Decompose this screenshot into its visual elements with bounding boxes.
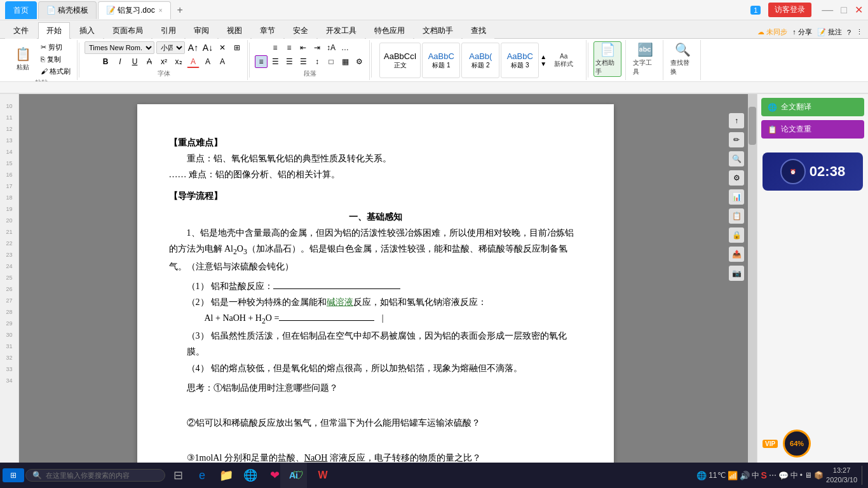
tray-antivirus: S xyxy=(761,470,767,480)
paste-button[interactable]: 📋 粘贴 xyxy=(9,41,37,77)
tab-doc-assistant[interactable]: 文档助手 xyxy=(414,22,461,39)
maximize-button[interactable]: □ xyxy=(841,4,847,16)
font-size-select[interactable]: 小四 xyxy=(156,41,185,54)
more-button[interactable]: ⋮ xyxy=(856,28,863,36)
more-para-button[interactable]: … xyxy=(339,41,351,54)
strikethrough-button[interactable]: A xyxy=(143,55,156,68)
taskbar-task-view[interactable]: ⊟ xyxy=(166,464,189,487)
tab-chapter[interactable]: 章节 xyxy=(252,22,283,39)
right-panel: 🌐 全文翻译 📋 论文查重 ⏰ 02:38 VIP 64% xyxy=(757,94,868,463)
tab-review[interactable]: 审阅 xyxy=(186,22,217,39)
tab-features[interactable]: 特色应用 xyxy=(366,22,413,39)
copy-button[interactable]: ⎘ 复制 xyxy=(38,54,73,65)
doc-assistant-button[interactable]: 📄 文档助手 xyxy=(593,41,621,77)
translate-button[interactable]: 🌐 全文翻译 xyxy=(761,98,864,116)
tab-start[interactable]: 开始 xyxy=(38,22,70,39)
document[interactable]: 【重点难点】 重点：铝、氧化铝氢氧化铝的典型性质及转化关系。 …… 难点：铝的图… xyxy=(137,104,614,463)
font-grow-button[interactable]: A↑ xyxy=(187,41,200,54)
tab-home[interactable]: 首页 xyxy=(5,1,37,19)
underline-button[interactable]: U xyxy=(128,55,141,68)
start-button[interactable]: ⊞ xyxy=(3,468,24,482)
sort-button[interactable]: ↕A xyxy=(325,41,337,54)
font-clear-button[interactable]: ✕ xyxy=(216,41,229,54)
taskbar-explorer[interactable]: 📁 xyxy=(215,464,238,487)
login-button[interactable]: 访客登录 xyxy=(768,3,811,17)
list-ordered-button[interactable]: ≡ xyxy=(283,41,295,54)
list-unordered-button[interactable]: ≡ xyxy=(269,41,281,54)
style-heading3[interactable]: AaBbC 标题 3 xyxy=(501,43,539,78)
tab-close-icon[interactable]: × xyxy=(159,7,163,14)
italic-button[interactable]: I xyxy=(114,55,126,68)
doc-side-icon-2[interactable]: ✏ xyxy=(729,132,744,147)
taskbar-search-input[interactable] xyxy=(46,471,158,479)
para-border-button[interactable]: □ xyxy=(325,55,337,68)
show-desktop[interactable] xyxy=(862,466,865,485)
taskbar-edge[interactable]: e xyxy=(191,464,214,487)
indent-increase-button[interactable]: ⇥ xyxy=(311,41,323,54)
style-h2-label: 标题 2 xyxy=(471,61,489,70)
new-style-button[interactable]: Aa 新样式 xyxy=(548,44,580,77)
home-tab-label: 首页 xyxy=(13,5,29,16)
para-settings-button[interactable]: ⚙ xyxy=(353,55,365,68)
taskbar-ie[interactable]: 🌐 xyxy=(239,464,262,487)
doc-side-icon-7[interactable]: 🔒 xyxy=(729,227,744,243)
font-more-button[interactable]: ⊞ xyxy=(231,41,243,54)
doc-side-icon-8[interactable]: 📤 xyxy=(729,247,744,262)
format-paint-button[interactable]: 🖌 格式刷 xyxy=(38,66,73,77)
close-button[interactable]: ✕ xyxy=(855,4,863,16)
align-center-button[interactable]: ☰ xyxy=(269,55,281,68)
style-heading1[interactable]: AaBbC 标题 1 xyxy=(422,43,460,78)
tab-document[interactable]: 📝 铝复习.doc × xyxy=(98,1,171,19)
style-h1-preview: AaBbC xyxy=(428,51,454,61)
document-area[interactable]: ↑ ✏ 🔍 ⚙ 📊 📋 🔒 📤 📷 【重点难点】 重点：铝、氧化铝氢氧化铝的典型… xyxy=(19,94,757,463)
font-face-select[interactable]: Times New Rom... xyxy=(85,41,154,54)
tab-template[interactable]: 📄 稿壳模板 xyxy=(38,1,97,19)
ai-button[interactable]: Ai xyxy=(280,463,307,488)
taskbar-wps[interactable]: W xyxy=(311,464,334,487)
doc-side-icon-9[interactable]: 📷 xyxy=(729,266,744,281)
tray-more[interactable]: ⋯ xyxy=(769,471,776,480)
doc-side-icon-3[interactable]: 🔍 xyxy=(729,151,744,166)
text-tools-button[interactable]: 🔤 文字工具 xyxy=(631,41,659,77)
font-shrink-button[interactable]: A↓ xyxy=(201,41,214,54)
find-replace-button[interactable]: 🔍 查找替换 xyxy=(668,41,696,77)
tab-security[interactable]: 安全 xyxy=(285,22,316,39)
superscript-button[interactable]: x² xyxy=(158,55,170,68)
help-button[interactable]: ? xyxy=(847,29,851,36)
taskbar-time[interactable]: 13:27 2020/3/10 xyxy=(826,466,857,485)
line-32: 32 xyxy=(0,352,18,363)
tab-insert[interactable]: 插入 xyxy=(71,22,103,39)
doc-side-icon-6[interactable]: 📋 xyxy=(729,208,744,224)
align-left-button[interactable]: ≡ xyxy=(255,55,268,68)
cut-button[interactable]: ✂ 剪切 xyxy=(38,42,73,53)
tab-dev-tools[interactable]: 开发工具 xyxy=(318,22,365,39)
tab-find[interactable]: 查找 xyxy=(463,22,494,39)
taskbar-search-bar[interactable]: 🔍 xyxy=(25,469,165,482)
indent-decrease-button[interactable]: ⇤ xyxy=(297,41,309,54)
highlight-button[interactable]: A xyxy=(201,55,214,68)
style-normal[interactable]: AaBbCcI 正文 xyxy=(379,43,421,78)
tab-page-layout[interactable]: 页面布局 xyxy=(104,22,151,39)
style-scroll-down[interactable]: ▼ xyxy=(540,60,546,67)
minimize-button[interactable]: — xyxy=(822,3,833,17)
doc-side-icon-5[interactable]: 📊 xyxy=(729,189,744,205)
font-color-button[interactable]: A xyxy=(187,55,200,68)
font-effect-button[interactable]: A xyxy=(216,55,229,68)
doc-side-icon-4[interactable]: ⚙ xyxy=(729,170,744,186)
subscript-button[interactable]: x₂ xyxy=(172,55,185,68)
align-right-button[interactable]: ☰ xyxy=(283,55,295,68)
style-scroll-up[interactable]: ▲ xyxy=(540,53,546,60)
plagiarism-button[interactable]: 📋 论文查重 xyxy=(761,120,864,139)
line-spacing-button[interactable]: ↕ xyxy=(311,55,323,68)
tab-view[interactable]: 视图 xyxy=(219,22,250,39)
tab-file[interactable]: 文件 xyxy=(5,22,37,39)
add-tab-button[interactable]: + xyxy=(172,4,188,16)
shading-button[interactable]: ▦ xyxy=(339,55,351,68)
bold-button[interactable]: B xyxy=(99,55,112,68)
batch-button[interactable]: 📝 批注 xyxy=(817,27,842,37)
doc-side-icon-1[interactable]: ↑ xyxy=(729,113,744,128)
share-button[interactable]: ↑ 分享 xyxy=(792,27,812,37)
align-justify-button[interactable]: ☰ xyxy=(297,55,309,68)
style-heading2[interactable]: AaBb( 标题 2 xyxy=(461,43,499,78)
tab-reference[interactable]: 引用 xyxy=(153,22,184,39)
